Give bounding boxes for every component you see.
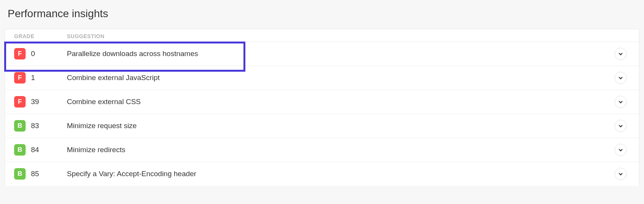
suggestion-text: Specify a Vary: Accept-Encoding header [67, 170, 196, 178]
grade-badge: F [14, 96, 26, 108]
grade-badge: F [14, 48, 26, 59]
suggestion-text: Combine external CSS [67, 98, 141, 106]
suggestion-text: Minimize redirects [67, 146, 125, 154]
header-suggestion: SUGGESTION [67, 33, 615, 39]
expand-button[interactable] [615, 96, 627, 108]
chevron-down-icon [618, 75, 623, 80]
grade-badge: F [14, 72, 26, 84]
chevron-down-icon [618, 171, 623, 177]
insight-row[interactable]: B 84 Minimize redirects [5, 138, 639, 162]
grade-score: 83 [31, 122, 39, 130]
expand-button[interactable] [615, 168, 627, 180]
expand-button[interactable] [615, 120, 627, 132]
header-grade: GRADE [14, 33, 67, 39]
suggestion-text: Minimize request size [67, 122, 137, 130]
insight-row[interactable]: B 85 Specify a Vary: Accept-Encoding hea… [5, 162, 639, 186]
grade-score: 1 [31, 74, 35, 82]
expand-button[interactable] [615, 48, 627, 60]
expand-button[interactable] [615, 144, 627, 156]
insight-row[interactable]: F 0 Parallelize downloads across hostnam… [5, 42, 639, 66]
insight-row[interactable]: F 1 Combine external JavaScript [5, 66, 639, 90]
chevron-down-icon [618, 123, 623, 129]
insights-table: GRADE SUGGESTION F 0 Parallelize downloa… [5, 29, 639, 186]
grade-score: 85 [31, 170, 39, 178]
table-header: GRADE SUGGESTION [5, 29, 639, 42]
suggestion-text: Combine external JavaScript [67, 74, 160, 82]
suggestion-text: Parallelize downloads across hostnames [67, 50, 198, 58]
chevron-down-icon [618, 99, 623, 104]
panel-title: Performance insights [5, 5, 639, 29]
grade-score: 84 [31, 146, 39, 154]
expand-button[interactable] [615, 72, 627, 84]
grade-score: 0 [31, 50, 35, 58]
grade-badge: B [14, 144, 26, 156]
grade-badge: B [14, 120, 26, 132]
insight-row[interactable]: B 83 Minimize request size [5, 114, 639, 138]
grade-badge: B [14, 168, 26, 180]
chevron-down-icon [618, 147, 623, 153]
grade-score: 39 [31, 98, 39, 106]
insight-row[interactable]: F 39 Combine external CSS [5, 90, 639, 114]
chevron-down-icon [618, 51, 623, 56]
